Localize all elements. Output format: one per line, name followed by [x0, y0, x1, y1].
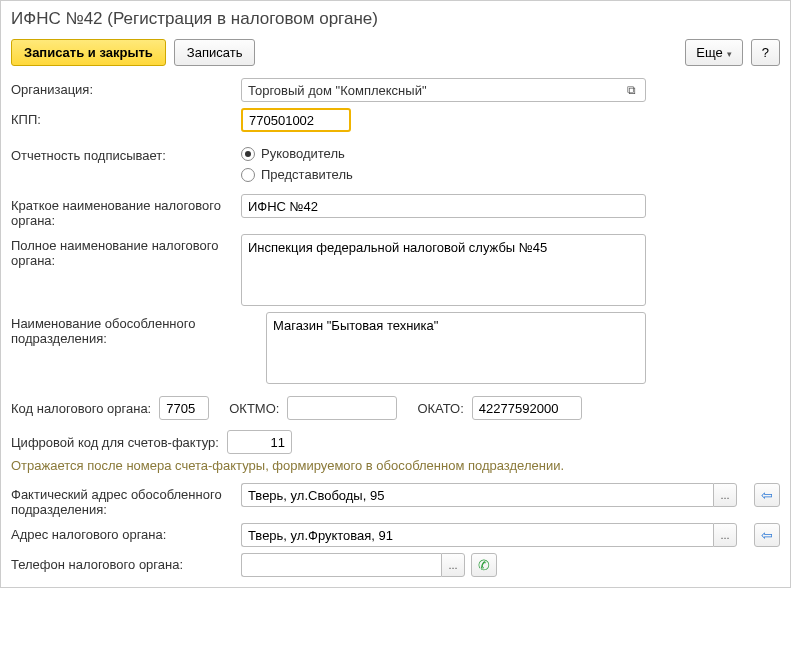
more-button[interactable]: Еще	[685, 39, 742, 66]
oktmo-input[interactable]	[287, 396, 397, 420]
phone-icon: ✆	[478, 557, 490, 573]
save-close-button[interactable]: Записать и закрыть	[11, 39, 166, 66]
digital-code-label: Цифровой код для счетов-фактур:	[11, 435, 219, 450]
full-name-label: Полное наименование налогового органа:	[11, 234, 241, 268]
radio-label-representative: Представитель	[261, 167, 353, 182]
actual-address-picker-button[interactable]: ...	[713, 483, 737, 507]
signer-radio-group: Руководитель Представитель	[241, 144, 353, 182]
signer-label: Отчетность подписывает:	[11, 144, 241, 163]
arrow-left-icon: ⇦	[761, 487, 773, 503]
signer-radio-representative[interactable]: Представитель	[241, 167, 353, 182]
toolbar: Записать и закрыть Записать Еще ?	[11, 39, 780, 66]
tax-address-input[interactable]	[241, 523, 713, 547]
tax-address-picker-button[interactable]: ...	[713, 523, 737, 547]
short-name-input[interactable]	[241, 194, 646, 218]
tax-address-back-button[interactable]: ⇦	[754, 523, 780, 547]
oktmo-label: ОКТМО:	[229, 401, 279, 416]
short-name-label: Краткое наименование налогового органа:	[11, 194, 241, 228]
phone-picker-button[interactable]: ...	[441, 553, 465, 577]
help-button[interactable]: ?	[751, 39, 780, 66]
signer-radio-director[interactable]: Руководитель	[241, 146, 353, 161]
okato-input[interactable]	[472, 396, 582, 420]
radio-icon	[241, 147, 255, 161]
tax-code-label: Код налогового органа:	[11, 401, 151, 416]
radio-icon	[241, 168, 255, 182]
actual-address-back-button[interactable]: ⇦	[754, 483, 780, 507]
digital-code-input[interactable]	[227, 430, 292, 454]
tax-address-label: Адрес налогового органа:	[11, 523, 241, 542]
window: ИФНС №42 (Регистрация в налоговом органе…	[0, 0, 791, 588]
tax-code-input[interactable]	[159, 396, 209, 420]
org-input[interactable]: Торговый дом "Комплексный" ⧉	[241, 78, 646, 102]
digital-code-hint: Отражается после номера счета-фактуры, ф…	[11, 458, 780, 473]
org-value: Торговый дом "Комплексный"	[248, 83, 623, 98]
actual-address-label: Фактический адрес обособленного подразде…	[11, 483, 241, 517]
subdivision-input[interactable]: Магазин "Бытовая техника"	[266, 312, 646, 384]
actual-address-input[interactable]	[241, 483, 713, 507]
phone-label: Телефон налогового органа:	[11, 553, 241, 572]
full-name-input[interactable]: Инспекция федеральной налоговой службы №…	[241, 234, 646, 306]
kpp-label: КПП:	[11, 108, 241, 127]
phone-input[interactable]	[241, 553, 441, 577]
subdivision-label: Наименование обособленного подразделения…	[11, 312, 266, 346]
radio-label-director: Руководитель	[261, 146, 345, 161]
phone-call-button[interactable]: ✆	[471, 553, 497, 577]
org-label: Организация:	[11, 78, 241, 97]
page-title: ИФНС №42 (Регистрация в налоговом органе…	[11, 9, 780, 29]
kpp-input[interactable]	[241, 108, 351, 132]
arrow-left-icon: ⇦	[761, 527, 773, 543]
open-ref-icon[interactable]: ⧉	[623, 83, 639, 97]
okato-label: ОКАТО:	[417, 401, 463, 416]
save-button[interactable]: Записать	[174, 39, 256, 66]
